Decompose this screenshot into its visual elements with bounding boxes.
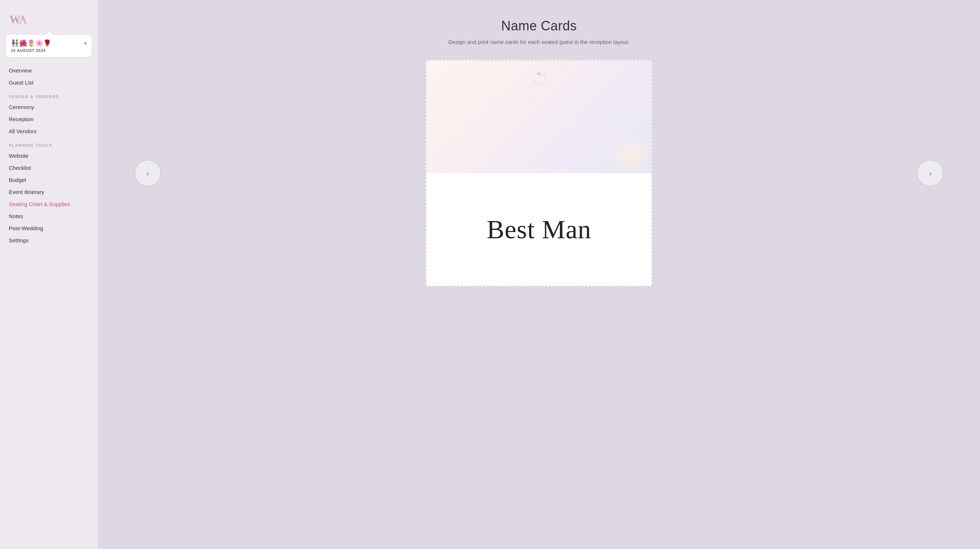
sidebar: W A 👫🌺🌷🌸🌹 ▾ 25 AUGUST 2024 OverviewGuest… [0,0,98,549]
sidebar-item-checklist[interactable]: Checklist [0,162,98,174]
svg-marker-3 [536,71,542,76]
wedding-date: 25 AUGUST 2024 [11,49,87,53]
svg-text:A: A [19,14,27,26]
wedding-card[interactable]: 👫🌺🌷🌸🌹 ▾ 25 AUGUST 2024 [6,35,92,57]
sidebar-item-post-wedding[interactable]: Post-Wedding [0,222,98,234]
page-subtitle: Design and print name cards for each sea… [448,39,629,45]
main-content: Name Cards Design and print name cards f… [98,0,980,549]
sidebar-item-all-vendors[interactable]: All Vendors [0,125,98,137]
sidebar-item-budget[interactable]: Budget [0,174,98,186]
rotate-icon [532,71,546,91]
card-arrow [46,31,52,35]
sidebar-item-website[interactable]: Website [0,150,98,162]
logo-area: W A [0,7,98,35]
sidebar-item-overview[interactable]: Overview [0,64,98,77]
sidebar-item-settings[interactable]: Settings [0,234,98,246]
name-card-text: Best Man [487,214,591,245]
nav-section-planning-tools: PLANNING TOOLS [0,137,98,150]
chevron-down-icon: ▾ [84,40,87,46]
sidebar-item-notes[interactable]: Notes [0,210,98,222]
name-card: Best Man [426,60,652,287]
name-card-bottom: Best Man [426,173,652,286]
sidebar-item-ceremony[interactable]: Ceremony [0,101,98,113]
sidebar-item-reception[interactable]: Reception [0,113,98,125]
wedding-card-emojis: 👫🌺🌷🌸🌹 ▾ [11,39,87,47]
sidebar-item-event-itinerary[interactable]: Event Itinerary [0,186,98,198]
next-card-button[interactable]: › [917,160,943,186]
next-arrow-icon: › [929,169,932,177]
card-carousel: ‹ Best Man › [105,60,973,287]
nav-section-venues-&-vendors: VENUES & VENDORS [0,89,98,101]
nav-container: OverviewGuest ListVENUES & VENDORSCeremo… [0,64,98,246]
prev-card-button[interactable]: ‹ [135,160,161,186]
page-title: Name Cards [501,18,577,34]
sidebar-item-guest-list[interactable]: Guest List [0,77,98,89]
app-logo: W A [9,11,31,27]
prev-arrow-icon: ‹ [146,169,149,177]
name-card-top [426,61,652,173]
sidebar-item-seating-chart[interactable]: Seating Chart & Supplies [0,198,98,210]
